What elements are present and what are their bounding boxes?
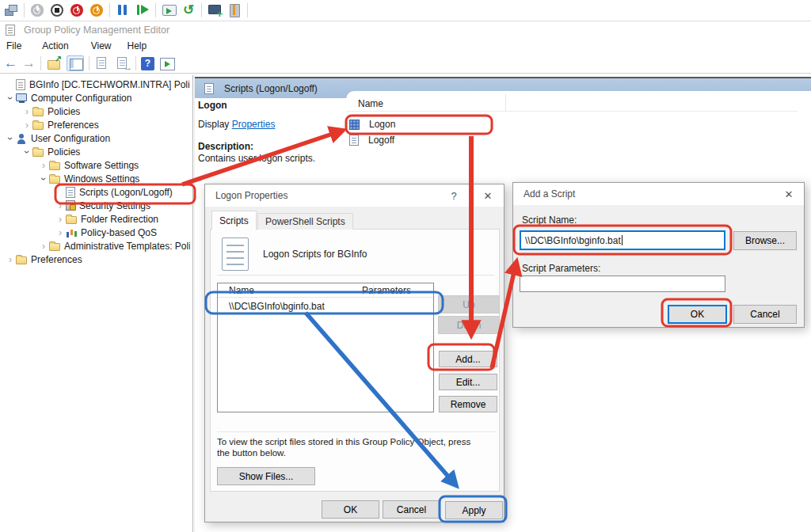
separator [217, 431, 496, 432]
scripts-tab-page: Logon Scripts for BGInfo Name Parameters… [210, 229, 500, 492]
folder2-icon [66, 216, 77, 224]
archive-icon[interactable] [227, 3, 242, 17]
chevron-right-icon[interactable]: › [21, 120, 32, 131]
main-pane-header-label: Scripts (Logon/Logoff) [224, 83, 318, 94]
tree-item-security-settings[interactable]: ›Security Settings [2, 199, 190, 212]
show-tree-icon[interactable] [67, 55, 84, 71]
tree-item-label: Folder Redirection [81, 214, 158, 225]
user-icon [16, 133, 27, 144]
run-icon[interactable] [135, 3, 150, 17]
revert-icon[interactable]: ↺ [181, 3, 196, 17]
shutdown-icon[interactable] [70, 3, 84, 17]
chevron-right-icon[interactable]: › [5, 254, 16, 265]
up-button[interactable]: Up [438, 295, 500, 314]
script-list[interactable]: Name Parameters \\DC\BGInfo\bginfo.bat [217, 283, 434, 412]
stop-icon[interactable] [50, 3, 64, 17]
console-icon[interactable] [162, 3, 176, 17]
folder-icon [49, 162, 60, 170]
help-icon[interactable]: ? [141, 57, 154, 70]
tree-item-preferences[interactable]: ›Preferences [2, 253, 190, 266]
script-parameters-input[interactable] [520, 276, 725, 292]
tree-item-software-settings[interactable]: ›Software Settings [2, 158, 190, 172]
dialog-close-button[interactable]: ✕ [782, 188, 796, 201]
script-name-input[interactable]: \\DC\BGInfo\bginfo.bat [520, 230, 725, 250]
ok-button[interactable]: OK [322, 500, 379, 519]
cancel-button[interactable]: Cancel [383, 500, 440, 519]
browse-button[interactable]: Browse... [733, 231, 797, 250]
power-off-icon[interactable] [30, 3, 44, 17]
cancel-button[interactable]: Cancel [733, 305, 797, 324]
machines-icon[interactable] [4, 3, 18, 17]
dialog-help-button[interactable]: ? [447, 189, 461, 203]
chevron-down-icon[interactable]: › [38, 173, 49, 184]
list-item-logoff[interactable]: Logoff [349, 132, 508, 148]
menu-file[interactable]: File [6, 40, 21, 51]
window-title: Group Policy Management Editor [24, 25, 169, 36]
back-icon[interactable]: ← [4, 55, 17, 71]
menu-view[interactable]: View [91, 40, 112, 51]
tree-item-user-configuration[interactable]: ›User Configuration [2, 131, 190, 145]
new-vm-icon[interactable] [208, 3, 222, 17]
script-list-item[interactable]: \\DC\BGInfo\bginfo.bat [218, 298, 433, 315]
extended-view-icon[interactable] [159, 56, 175, 70]
logon-properties-titlebar: Logon Properties ? ✕ [205, 184, 504, 207]
column-divider[interactable] [373, 284, 374, 297]
chevron-down-icon[interactable]: › [5, 133, 16, 144]
chevron-down-icon[interactable]: › [5, 93, 16, 104]
display-label: Display [198, 119, 229, 130]
chevron-right-icon[interactable]: › [55, 214, 66, 225]
script-page-icon [222, 238, 249, 271]
script-icon [349, 135, 359, 146]
toolbar-separator [247, 3, 248, 17]
note-line-2: the button below. [217, 447, 286, 458]
tree-item-label: BGInfo [DC.TECHWORM.INTRA] Policy [29, 79, 190, 90]
logon-properties-dialog: Logon Properties ? ✕ Scripts PowerShell … [204, 184, 504, 522]
name-column-header[interactable]: Name [358, 98, 501, 109]
tree-item-administrative-templates-polic[interactable]: ›Administrative Templates: Polic [2, 239, 190, 253]
down-button[interactable]: Down [438, 316, 500, 334]
computer-icon [16, 93, 27, 101]
properties-link[interactable]: Properties [232, 119, 276, 130]
remove-button[interactable]: Remove [439, 396, 497, 412]
text-caret [622, 235, 623, 245]
menu-action[interactable]: Action [42, 40, 68, 51]
pause-icon[interactable] [116, 3, 130, 17]
tree-item-computer-configuration[interactable]: ›Computer Configuration [2, 91, 190, 104]
script-list-header: Name Parameters [218, 283, 433, 298]
pane-divider[interactable] [192, 75, 193, 532]
tree-item-folder-redirection[interactable]: ›Folder Redirection [2, 212, 190, 226]
chevron-right-icon[interactable]: › [21, 106, 32, 117]
show-files-button[interactable]: Show Files... [217, 467, 315, 485]
reboot-icon[interactable] [89, 3, 104, 17]
tree-item-preferences[interactable]: ›Preferences [2, 118, 190, 131]
up-level-icon[interactable] [46, 56, 62, 70]
list-item-logon[interactable]: Logon [349, 116, 508, 132]
tab-scripts[interactable]: Scripts [211, 211, 257, 230]
tree-item-policies[interactable]: ›Policies [2, 145, 190, 158]
tree-item-policy-based-qos[interactable]: ›Policy-based QoS [2, 226, 190, 239]
tree-item-scripts-logon-logoff[interactable]: Scripts (Logon/Logoff) [2, 185, 190, 199]
chevron-right-icon[interactable]: › [55, 200, 66, 211]
tree-item-bginfo-dc-techworm-intra-policy[interactable]: BGInfo [DC.TECHWORM.INTRA] Policy [2, 78, 190, 91]
chevron-right-icon[interactable]: › [55, 227, 66, 238]
properties-icon[interactable] [94, 56, 110, 70]
pane-divider-highlight [194, 75, 195, 532]
export-list-icon[interactable] [115, 56, 131, 70]
apply-button[interactable]: Apply [445, 501, 503, 519]
tree-item-windows-settings[interactable]: ›Windows Settings [2, 172, 190, 185]
dialog-close-button[interactable]: ✕ [481, 189, 495, 203]
tree-item-policies[interactable]: ›Policies [2, 104, 190, 118]
chevron-right-icon[interactable]: › [38, 241, 49, 252]
section-title: Logon [198, 100, 227, 111]
gpme-toolbar: ← → ? [0, 54, 811, 74]
tab-powershell-scripts[interactable]: PowerShell Scripts [257, 213, 353, 230]
col-parameters[interactable]: Parameters [362, 285, 411, 296]
col-name[interactable]: Name [218, 285, 362, 296]
chevron-right-icon[interactable]: › [38, 160, 49, 171]
add-button[interactable]: Add... [439, 351, 497, 367]
edit-button[interactable]: Edit... [439, 374, 497, 390]
menu-help[interactable]: Help [128, 40, 147, 51]
ok-button[interactable]: OK [668, 305, 727, 324]
forward-icon[interactable]: → [22, 55, 36, 71]
chevron-down-icon[interactable]: › [21, 146, 32, 158]
